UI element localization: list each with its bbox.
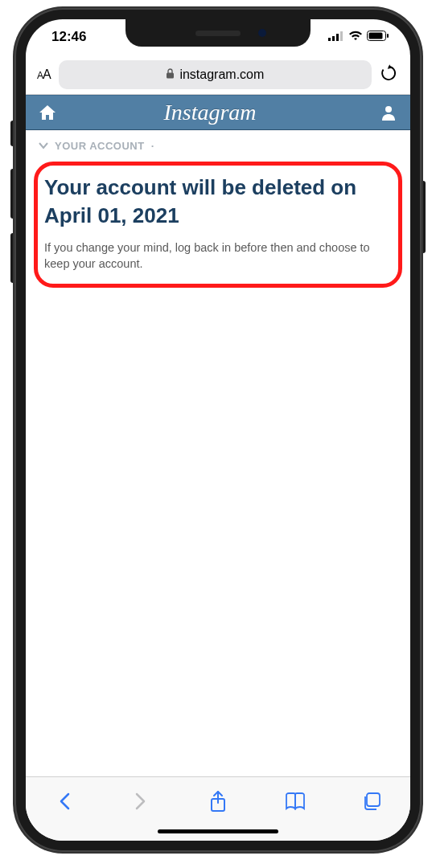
breadcrumb-label: YOUR ACCOUNT [55,140,145,152]
phone-notch [125,19,311,47]
bookmarks-button[interactable] [281,787,310,816]
home-indicator[interactable] [158,829,278,833]
share-button[interactable] [204,787,232,816]
url-host-label: instagram.com [179,68,264,82]
battery-icon [367,29,389,45]
svg-rect-0 [328,38,331,41]
reload-button[interactable] [380,64,399,85]
phone-frame: 12:46 [14,8,422,852]
svg-rect-6 [387,34,389,38]
svg-rect-7 [167,72,174,78]
back-button[interactable] [50,787,79,816]
breadcrumb[interactable]: YOUR ACCOUNT · [26,130,410,158]
signal-icon [328,29,344,45]
page-title: Your account will be deleted on April 01… [44,174,392,230]
instagram-header: Instagram [26,95,410,130]
svg-rect-3 [340,31,343,41]
lock-icon [166,68,175,82]
profile-button[interactable] [380,104,397,121]
highlight-annotation: Your account will be deleted on April 01… [34,162,402,288]
svg-rect-1 [332,36,335,41]
svg-rect-10 [367,793,380,806]
svg-rect-2 [336,34,339,41]
status-time: 12:46 [51,29,86,45]
text-size-button[interactable]: AA [37,68,51,82]
breadcrumb-separator: · [151,140,154,152]
phone-screen: 12:46 [26,19,410,841]
url-field[interactable]: instagram.com [59,60,372,89]
tabs-button[interactable] [357,787,386,816]
wifi-icon [348,29,363,45]
svg-rect-5 [369,33,383,39]
instagram-logo: Instagram [40,100,380,125]
safari-toolbar [26,776,410,841]
forward-button[interactable] [126,787,155,816]
svg-point-8 [385,106,392,113]
safari-address-bar: AA instagram.com [26,55,410,95]
page-description: If you change your mind, log back in bef… [44,240,392,272]
chevron-down-icon [39,140,48,152]
